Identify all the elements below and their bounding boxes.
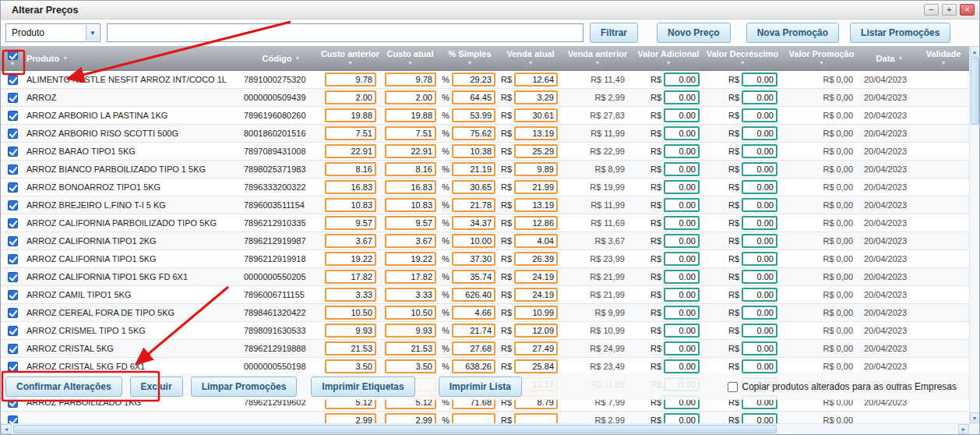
valor-adicional-input[interactable] [664,108,700,122]
valor-decrescimo-input[interactable] [742,162,777,176]
valor-decrescimo-input[interactable] [742,216,777,230]
custo-atual-input[interactable] [385,252,436,266]
valor-decrescimo-input[interactable] [742,126,777,140]
valor-decrescimo-input[interactable] [742,252,777,266]
venda-atual-input[interactable] [514,341,558,355]
venda-atual-input[interactable] [514,288,558,302]
valor-adicional-input[interactable] [664,162,700,176]
custo-anterior-input[interactable] [325,144,376,158]
row-checkbox[interactable] [8,129,18,139]
custo-atual-input[interactable] [385,162,436,176]
simples-input[interactable] [452,306,495,320]
venda-atual-input[interactable] [514,324,558,338]
row-checkbox[interactable] [8,93,18,103]
row-checkbox[interactable] [8,200,18,210]
simples-input[interactable] [452,126,495,140]
valor-adicional-input[interactable] [664,252,700,266]
valor-decrescimo-input[interactable] [742,180,777,194]
custo-anterior-input[interactable] [325,359,376,373]
row-checkbox[interactable] [8,182,18,193]
limpar-promocoes-button[interactable]: Limpar Promoções [191,377,298,397]
horizontal-scrollbar[interactable]: ◄ ► [1,423,969,434]
valor-decrescimo-input[interactable] [742,306,777,320]
venda-atual-input[interactable] [514,90,558,104]
row-checkbox[interactable] [8,254,18,264]
listar-promocoes-button[interactable]: Listar Promoções [850,23,950,43]
custo-atual-input[interactable] [385,72,436,87]
valor-decrescimo-input[interactable] [742,72,777,87]
custo-atual-input[interactable] [385,324,436,338]
close-button[interactable]: × [960,4,975,16]
custo-atual-input[interactable] [385,270,436,284]
simples-input[interactable] [452,341,495,355]
imprimir-lista-button[interactable]: Imprimir Lista [439,377,522,397]
custo-anterior-input[interactable] [325,324,376,338]
row-checkbox[interactable] [8,147,18,157]
custo-anterior-input[interactable] [325,341,376,355]
custo-anterior-input[interactable] [325,216,376,230]
custo-atual-input[interactable] [385,359,436,373]
nova-promocao-button[interactable]: Nova Promoção [746,23,839,43]
search-input[interactable] [107,23,583,42]
col-valor-decrescimo[interactable]: Valor Decréscimo▼ [703,46,781,70]
col-valor-adicional[interactable]: Valor Adicional▼ [633,46,703,70]
custo-anterior-input[interactable] [325,198,376,212]
simples-input[interactable] [452,270,495,284]
valor-adicional-input[interactable] [664,126,700,140]
valor-adicional-input[interactable] [664,324,700,338]
custo-anterior-input[interactable] [325,288,376,302]
custo-atual-input[interactable] [385,288,436,302]
valor-decrescimo-input[interactable] [742,108,777,122]
valor-adicional-input[interactable] [664,306,700,320]
simples-input[interactable] [452,288,495,302]
valor-decrescimo-input[interactable] [742,288,777,302]
custo-atual-input[interactable] [385,126,436,140]
valor-decrescimo-input[interactable] [742,324,777,338]
chevron-down-icon[interactable]: ▼ [86,25,99,41]
copy-to-companies-option[interactable]: Copiar produtos alterados para as outras… [728,381,957,392]
custo-atual-input[interactable] [385,341,436,355]
col-simples[interactable]: % Simples▼ [440,46,499,70]
venda-atual-input[interactable] [514,306,558,320]
col-valor-promocao[interactable]: Valor Promoção▼ [781,46,862,70]
valor-adicional-input[interactable] [664,341,700,355]
valor-decrescimo-input[interactable] [742,359,777,373]
custo-anterior-input[interactable] [325,252,376,266]
scroll-left-icon[interactable]: ◄ [1,424,12,434]
col-codigo[interactable]: Código▼ [242,46,320,70]
custo-atual-input[interactable] [385,108,436,122]
select-all-checkbox[interactable] [8,50,18,60]
row-checkbox[interactable] [8,290,18,300]
valor-adicional-input[interactable] [664,180,700,194]
simples-input[interactable] [452,198,495,212]
row-checkbox[interactable] [8,272,18,282]
custo-anterior-input[interactable] [325,270,376,284]
valor-decrescimo-input[interactable] [742,234,777,248]
custo-anterior-input[interactable] [325,108,376,122]
valor-adicional-input[interactable] [664,288,700,302]
custo-atual-input[interactable] [385,234,436,248]
horizontal-scrollbar-thumb[interactable] [13,425,777,433]
col-data[interactable]: Data▼ [862,46,918,70]
venda-atual-input[interactable] [514,198,558,212]
valor-adicional-input[interactable] [664,144,700,158]
simples-input[interactable] [452,252,495,266]
valor-adicional-input[interactable] [664,270,700,284]
venda-atual-input[interactable] [514,144,558,158]
col-venda-atual[interactable]: Venda atual▼ [499,46,562,70]
valor-adicional-input[interactable] [664,90,700,104]
simples-input[interactable] [452,234,495,248]
custo-anterior-input[interactable] [325,126,376,140]
col-validade[interactable]: Validade▼ [918,46,969,70]
venda-atual-input[interactable] [514,234,558,248]
custo-anterior-input[interactable] [325,234,376,248]
scroll-up-icon[interactable]: ▲ [970,46,980,57]
simples-input[interactable] [452,162,495,176]
simples-input[interactable] [452,72,495,87]
scroll-right-icon[interactable]: ► [958,424,969,434]
custo-atual-input[interactable] [385,90,436,104]
row-checkbox[interactable] [8,344,18,354]
simples-input[interactable] [452,108,495,122]
valor-decrescimo-input[interactable] [742,341,777,355]
venda-atual-input[interactable] [514,216,558,230]
